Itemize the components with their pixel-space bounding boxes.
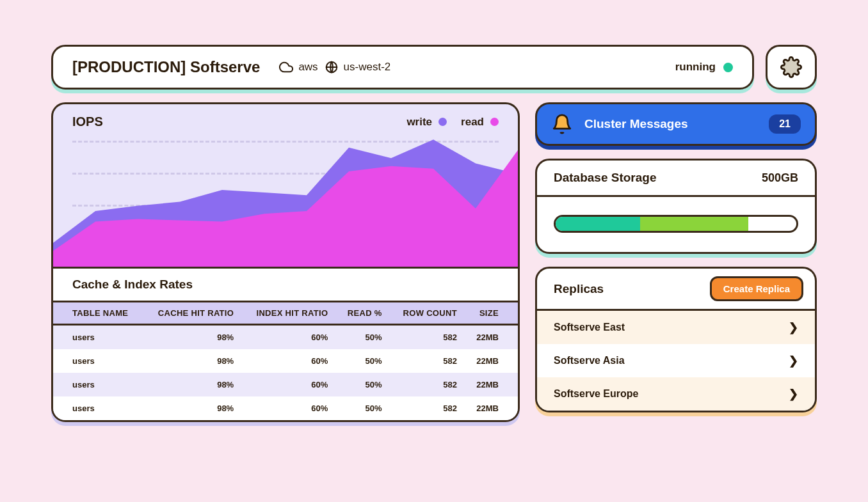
header-meta: aws us-west-2 (279, 60, 390, 74)
table-row: users98%60%50%58222MB (53, 396, 518, 420)
chart-legend: write read (406, 116, 499, 129)
status-dot-icon (723, 63, 733, 72)
replica-name: Softserve Europe (554, 388, 638, 400)
legend-read-dot-icon (490, 118, 499, 126)
storage-progress-bar (554, 215, 798, 233)
page-title: [PRODUCTION] Softserve (72, 58, 260, 76)
iops-card: IOPS write read (51, 102, 520, 422)
chevron-right-icon: ❯ (789, 320, 798, 334)
replica-row[interactable]: Softserve Asia❯ (537, 344, 815, 377)
rates-table-header-row: TABLE NAMECACHE HIT RATIOINDEX HIT RATIO… (53, 302, 518, 325)
rates-column-header: INDEX HIT RATIO (241, 302, 335, 325)
rates-column-header: CACHE HIT RATIO (143, 302, 241, 325)
chevron-right-icon: ❯ (789, 387, 798, 401)
replica-row[interactable]: Softserve East❯ (537, 311, 815, 344)
iops-chart-svg (53, 134, 518, 267)
rates-table: TABLE NAMECACHE HIT RATIOINDEX HIT RATIO… (53, 301, 518, 420)
create-replica-button[interactable]: Create Replica (710, 276, 803, 301)
rates-column-header: ROW COUNT (390, 302, 465, 325)
table-row: users98%60%50%58222MB (53, 373, 518, 396)
legend-write-label: write (406, 116, 432, 129)
iops-title: IOPS (72, 114, 103, 129)
table-row: users98%60%50%58222MB (53, 325, 518, 350)
legend-read-label: read (461, 116, 484, 129)
replicas-list: Softserve East❯Softserve Asia❯Softserve … (537, 311, 815, 411)
messages-count-badge: 21 (769, 114, 801, 134)
replica-row[interactable]: Softserve Europe❯ (537, 377, 815, 411)
rates-column-header: READ % (335, 302, 389, 325)
cluster-messages-card[interactable]: Cluster Messages 21 (535, 102, 817, 146)
storage-title: Database Storage (554, 171, 657, 185)
rates-table-body: users98%60%50%58222MBusers98%60%50%58222… (53, 325, 518, 421)
header-card: [PRODUCTION] Softserve aws us-west-2 r (51, 45, 754, 90)
replicas-title: Replicas (554, 282, 604, 296)
replica-name: Softserve Asia (554, 355, 625, 366)
provider-label: aws (298, 61, 317, 74)
settings-button[interactable] (766, 45, 817, 90)
storage-card: Database Storage 500GB (535, 159, 817, 254)
gear-icon (780, 56, 802, 78)
legend-write-dot-icon (438, 118, 447, 126)
messages-title: Cluster Messages (584, 117, 757, 131)
iops-chart (53, 134, 518, 269)
rates-column-header: TABLE NAME (53, 302, 143, 325)
globe-icon (325, 60, 339, 74)
region-label: us-west-2 (344, 61, 391, 74)
cloud-icon (279, 60, 293, 74)
replicas-card: Replicas Create Replica Softserve East❯S… (535, 267, 817, 412)
replica-name: Softserve East (554, 322, 625, 333)
status-label: running (675, 61, 716, 74)
storage-value: 500GB (762, 171, 798, 185)
rates-title: Cache & Index Rates (72, 278, 499, 292)
status-indicator: running (675, 61, 733, 74)
rates-header: Cache & Index Rates (53, 269, 518, 301)
bell-icon (551, 113, 573, 135)
rates-column-header: SIZE (465, 302, 518, 325)
table-row: users98%60%50%58222MB (53, 349, 518, 373)
chevron-right-icon: ❯ (789, 354, 798, 368)
